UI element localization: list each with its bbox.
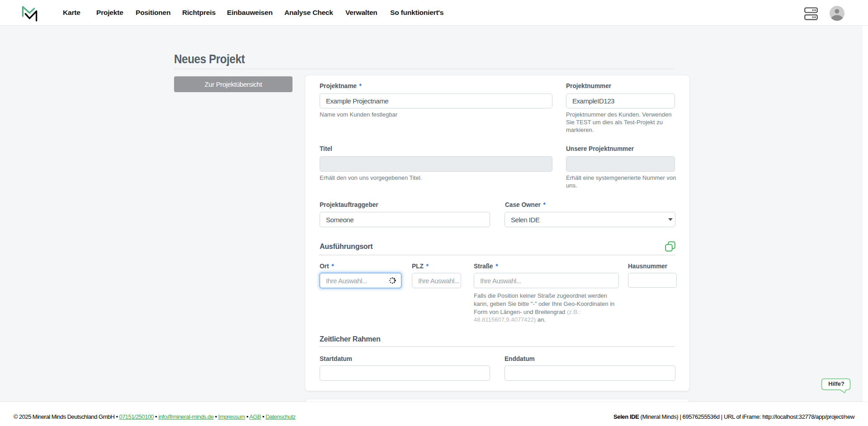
- svg-text:Hilfe?: Hilfe?: [828, 380, 844, 387]
